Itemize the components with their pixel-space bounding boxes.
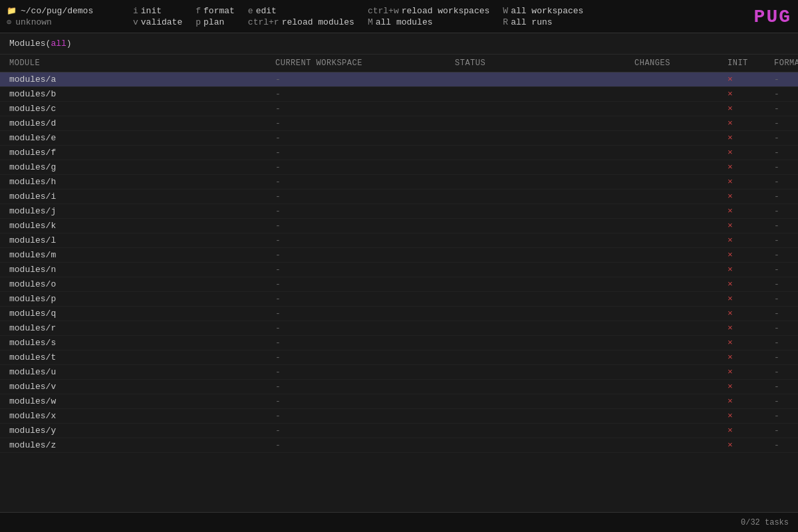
cell-dash [455,133,634,143]
cell-dash: - [774,250,798,260]
cell-dash [634,294,728,304]
table-row[interactable]: modules/y-×-- [0,424,798,438]
shortcut-format[interactable]: f format [196,6,235,16]
shortcut-all-runs[interactable]: R all runs [503,17,583,27]
cell-dash: - [774,162,798,172]
table-row[interactable]: modules/g-×-- [0,160,798,175]
all-link[interactable]: all [51,39,66,49]
cell-dash [634,411,728,421]
table-row[interactable]: modules/z-×-- [0,438,798,453]
cell-dash: - [275,396,455,406]
cell-module-name: modules/y [9,426,275,436]
table-row[interactable]: modules/p-×-- [0,292,798,307]
cell-module-name: modules/a [9,74,275,84]
cell-x-mark: × [728,323,774,333]
cell-dash [455,396,634,406]
shortcut-reload-workspaces[interactable]: ctrl+w reload workspaces [368,6,489,16]
table-row[interactable]: modules/d-×-- [0,116,798,131]
table-row[interactable]: modules/b-×-- [0,87,798,102]
label-all-workspaces: all workspaces [511,6,583,16]
key-p: p [196,17,201,27]
table-row[interactable]: modules/i-×-- [0,190,798,204]
topbar-left: 📁 ~/co/pug/demos ⊙ unknown [7,6,126,27]
task-count: 0/32 tasks [741,518,789,527]
shortcut-col-2: f format p plan [196,6,235,27]
cell-dash [455,206,634,216]
cell-dash: - [774,74,798,84]
cell-dash: - [275,177,455,187]
cell-dash [634,367,728,377]
cell-dash: - [774,426,798,436]
cell-dash [455,309,634,319]
cell-dash [455,162,634,172]
cell-x-mark: × [728,221,774,231]
path-row: 📁 ~/co/pug/demos [7,6,126,16]
cell-dash: - [275,89,455,99]
modules-suffix: ) [66,39,72,49]
cell-dash: - [275,294,455,304]
table-row[interactable]: modules/m-×-- [0,248,798,263]
table-row[interactable]: modules/c-×-- [0,102,798,116]
modules-title: Modules(all) [9,39,72,49]
table-row[interactable]: modules/l-×-- [0,233,798,248]
shortcut-edit[interactable]: e edit [248,6,354,16]
shortcut-validate[interactable]: v validate [133,17,182,27]
shortcut-plan[interactable]: p plan [196,17,235,27]
col-format: FORMAT [774,59,798,68]
table-row[interactable]: modules/v-×-- [0,380,798,394]
cell-dash: - [275,221,455,231]
cell-dash: - [275,338,455,348]
cell-dash: - [774,309,798,319]
label-reload-workspaces: reload workspaces [402,6,490,16]
table-row[interactable]: modules/a-×-- [0,72,798,87]
cell-dash [455,221,634,231]
shortcut-all-modules[interactable]: M all modules [368,17,489,27]
shortcut-reload-modules[interactable]: ctrl+r reload modules [248,17,354,27]
cell-module-name: modules/h [9,177,275,187]
table-row[interactable]: modules/k-×-- [0,219,798,233]
cell-module-name: modules/r [9,323,275,333]
table-row[interactable]: modules/o-×-- [0,277,798,292]
cell-dash: - [275,440,455,450]
cell-dash [634,338,728,348]
cell-dash: - [275,250,455,260]
label-init: init [141,6,162,16]
cell-module-name: modules/l [9,235,275,245]
cell-module-name: modules/u [9,367,275,377]
cell-dash [455,338,634,348]
cell-dash [634,265,728,275]
cell-x-mark: × [728,118,774,128]
cell-module-name: modules/t [9,352,275,362]
cell-dash: - [774,177,798,187]
cell-dash [634,89,728,99]
table-row[interactable]: modules/u-×-- [0,365,798,380]
cell-dash: - [774,323,798,333]
cell-dash [634,250,728,260]
cell-dash [634,104,728,114]
cell-dash: - [275,133,455,143]
circle-icon: ⊙ [7,17,11,27]
table-row[interactable]: modules/j-×-- [0,204,798,219]
cell-dash: - [774,411,798,421]
cell-dash [634,177,728,187]
table-row[interactable]: modules/s-×-- [0,336,798,350]
cell-dash: - [774,440,798,450]
table-row[interactable]: modules/q-×-- [0,307,798,321]
cell-module-name: modules/j [9,206,275,216]
table-row[interactable]: modules/r-×-- [0,321,798,336]
cell-dash [455,89,634,99]
shortcut-all-workspaces[interactable]: W all workspaces [503,6,583,16]
table-row[interactable]: modules/h-×-- [0,175,798,190]
table-row[interactable]: modules/f-×-- [0,146,798,160]
table-row[interactable]: modules/t-×-- [0,350,798,365]
table-row[interactable]: modules/n-×-- [0,263,798,277]
shortcut-init[interactable]: i init [133,6,182,16]
table-row[interactable]: modules/w-×-- [0,394,798,409]
cell-module-name: modules/n [9,265,275,275]
table-row[interactable]: modules/e-×-- [0,131,798,146]
cell-x-mark: × [728,235,774,245]
cell-dash [455,294,634,304]
table-header: MODULE CURRENT WORKSPACE STATUS CHANGES … [0,55,798,72]
table-row[interactable]: modules/x-×-- [0,409,798,424]
cell-dash [455,411,634,421]
